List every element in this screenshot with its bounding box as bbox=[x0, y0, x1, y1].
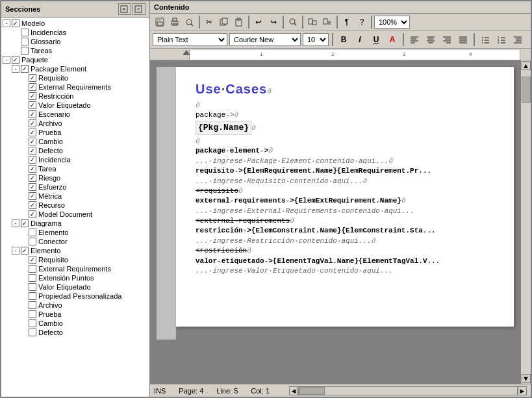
tree-item[interactable]: Requisito bbox=[1, 255, 149, 264]
tree-checkbox[interactable] bbox=[29, 283, 36, 291]
tree-checkbox[interactable] bbox=[29, 174, 36, 182]
tree-checkbox[interactable] bbox=[29, 301, 36, 309]
tree-checkbox[interactable] bbox=[29, 138, 36, 145]
tree-checkbox[interactable] bbox=[29, 210, 36, 218]
align-center-btn[interactable] bbox=[424, 32, 438, 47]
tree-checkbox[interactable] bbox=[12, 56, 19, 64]
horizontal-scrollbar[interactable]: ◄ ► bbox=[289, 386, 527, 395]
tree-checkbox[interactable] bbox=[29, 292, 36, 300]
expand-icon[interactable]: - bbox=[12, 219, 19, 227]
tree-item[interactable]: Archivo bbox=[1, 301, 149, 310]
font-select[interactable]: Courier New bbox=[229, 33, 301, 46]
tree-item[interactable]: Métrica bbox=[1, 192, 149, 201]
align-justify-btn[interactable] bbox=[456, 32, 470, 47]
tree-checkbox[interactable] bbox=[29, 274, 36, 282]
tree-checkbox[interactable] bbox=[21, 247, 29, 255]
add-section-btn[interactable] bbox=[118, 3, 131, 15]
tree-item[interactable]: Recurso bbox=[1, 201, 149, 210]
tree-checkbox[interactable] bbox=[29, 165, 36, 173]
tree-checkbox[interactable] bbox=[29, 329, 36, 336]
indent-btn[interactable] bbox=[511, 32, 525, 47]
insert2-btn[interactable] bbox=[320, 15, 335, 29]
help-btn[interactable]: ? bbox=[355, 15, 369, 29]
tree-checkbox[interactable] bbox=[29, 265, 36, 273]
scroll-down-btn[interactable]: ▼ bbox=[522, 374, 531, 383]
tree-checkbox[interactable] bbox=[29, 110, 36, 118]
find-btn[interactable] bbox=[286, 15, 300, 29]
tree-checkbox[interactable] bbox=[29, 238, 36, 245]
tree-item[interactable]: Escenario bbox=[1, 110, 149, 119]
tree-container[interactable]: -ModeloIncidenciasGlossarioTareas-Paquet… bbox=[1, 18, 149, 397]
tree-item[interactable]: Cambio bbox=[1, 319, 149, 328]
paste-btn[interactable] bbox=[232, 15, 246, 29]
tree-item[interactable]: Glossario bbox=[1, 37, 149, 46]
tree-item[interactable]: Tareas bbox=[1, 46, 149, 55]
tree-checkbox[interactable] bbox=[29, 229, 36, 236]
tree-item[interactable]: Prueba bbox=[1, 310, 149, 319]
style-select[interactable]: Plain Text bbox=[153, 33, 227, 46]
tree-item[interactable]: Defecto bbox=[1, 146, 149, 155]
tree-item[interactable]: -Diagrama bbox=[1, 219, 149, 228]
undo-btn[interactable]: ↩ bbox=[251, 15, 266, 29]
tree-item[interactable]: Conector bbox=[1, 237, 149, 246]
expand-icon[interactable]: - bbox=[12, 65, 19, 73]
tree-item[interactable]: Riesgo bbox=[1, 173, 149, 182]
tree-checkbox[interactable] bbox=[29, 201, 36, 209]
tree-item[interactable]: External Requirements bbox=[1, 264, 149, 273]
tree-checkbox[interactable] bbox=[29, 183, 36, 191]
tree-checkbox[interactable] bbox=[21, 65, 29, 73]
align-right-btn[interactable] bbox=[440, 32, 454, 47]
pilcrow-btn[interactable]: ¶ bbox=[340, 15, 354, 29]
remove-section-btn[interactable] bbox=[133, 3, 146, 15]
tree-checkbox[interactable] bbox=[29, 256, 36, 264]
tree-item[interactable]: -Paquete bbox=[1, 55, 149, 64]
list-ordered-btn[interactable]: 1.2.3. bbox=[494, 32, 509, 47]
cut-btn[interactable]: ✂ bbox=[202, 15, 216, 29]
tree-item[interactable]: Cambio bbox=[1, 137, 149, 146]
tree-checkbox[interactable] bbox=[29, 129, 36, 136]
tree-item[interactable]: Extensión Puntos bbox=[1, 273, 149, 282]
tree-checkbox[interactable] bbox=[29, 119, 36, 127]
scroll-up-btn[interactable]: ▲ bbox=[522, 61, 531, 70]
bold-btn[interactable]: B bbox=[336, 32, 351, 47]
tree-item[interactable]: Defecto bbox=[1, 328, 149, 337]
italic-btn[interactable]: I bbox=[353, 32, 367, 47]
tree-item[interactable]: Propiedad Pesrsonalizada bbox=[1, 292, 149, 301]
tree-item[interactable]: Model Document bbox=[1, 210, 149, 219]
font-color-btn[interactable]: A bbox=[385, 32, 399, 47]
tree-checkbox[interactable] bbox=[29, 83, 36, 91]
tree-checkbox[interactable] bbox=[29, 147, 36, 155]
underline-btn[interactable]: U bbox=[369, 32, 383, 47]
tree-item[interactable]: Valor Etiquetado bbox=[1, 282, 149, 292]
editor-area[interactable]: Use·Cases∂ ∂ package->∂ {Pkg.Name}∂ ∂ bbox=[150, 60, 520, 384]
tree-item[interactable]: Valor Etiquetado bbox=[1, 101, 149, 110]
hscroll-thumb[interactable] bbox=[299, 387, 325, 395]
tree-item[interactable]: Tarea bbox=[1, 164, 149, 173]
preview-btn[interactable] bbox=[183, 15, 197, 29]
size-select[interactable]: 10 bbox=[303, 33, 329, 46]
tree-item[interactable]: External Requirements bbox=[1, 82, 149, 92]
save-btn[interactable] bbox=[153, 15, 167, 29]
tree-item[interactable]: Prueba bbox=[1, 128, 149, 137]
expand-icon[interactable]: - bbox=[3, 56, 10, 64]
tree-checkbox[interactable] bbox=[12, 19, 19, 27]
tree-checkbox[interactable] bbox=[29, 319, 36, 327]
tree-checkbox[interactable] bbox=[21, 47, 29, 55]
scroll-thumb[interactable] bbox=[522, 77, 531, 103]
expand-icon[interactable]: - bbox=[12, 247, 19, 255]
tree-checkbox[interactable] bbox=[29, 74, 36, 82]
scroll-right-btn[interactable]: ► bbox=[518, 386, 527, 395]
redo-btn[interactable]: ↪ bbox=[266, 15, 281, 29]
print-btn[interactable] bbox=[168, 15, 182, 29]
tree-checkbox[interactable] bbox=[21, 38, 29, 45]
tree-item[interactable]: -Elemento bbox=[1, 246, 149, 255]
expand-icon[interactable]: - bbox=[3, 19, 10, 27]
copy-btn[interactable] bbox=[217, 15, 231, 29]
tree-checkbox[interactable] bbox=[29, 156, 36, 164]
tree-checkbox[interactable] bbox=[21, 29, 29, 36]
tree-checkbox[interactable] bbox=[21, 219, 29, 227]
insert1-btn[interactable] bbox=[305, 15, 320, 29]
tree-item[interactable]: Restricción bbox=[1, 92, 149, 101]
tree-item[interactable]: Esfuerzo bbox=[1, 182, 149, 192]
tree-item[interactable]: Elemento bbox=[1, 228, 149, 237]
